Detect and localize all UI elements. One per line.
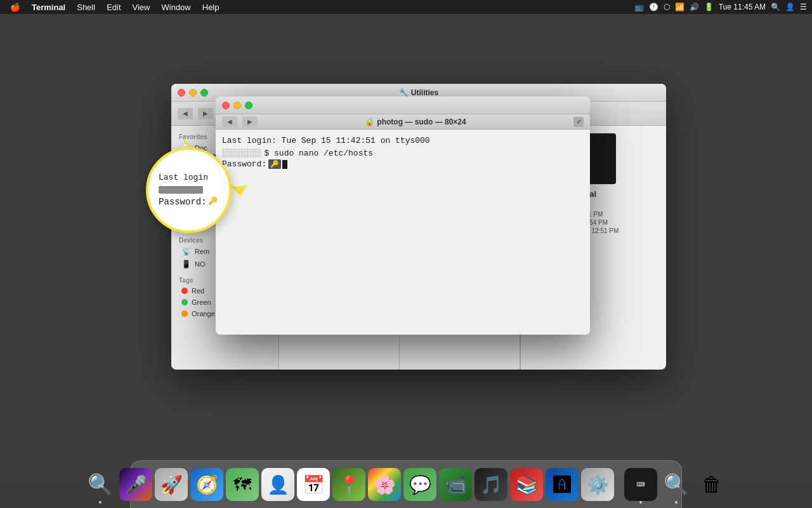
- terminal-window-buttons: [222, 102, 252, 109]
- icloud-icon: ☁️: [181, 182, 191, 190]
- maps-dock-icon: 🗺: [233, 474, 251, 495]
- terminal-minimize-button[interactable]: [233, 102, 241, 109]
- user-icon[interactable]: 👤: [785, 3, 795, 11]
- edit-menu[interactable]: Edit: [102, 0, 126, 14]
- terminal-close-button[interactable]: [222, 102, 230, 109]
- contacts-dock-icon: 👤: [267, 474, 289, 495]
- wifi-icon[interactable]: 📶: [675, 3, 684, 11]
- airdrop-icon: 📡: [181, 169, 191, 178]
- finder2-dock-icon: 🔍: [664, 472, 689, 497]
- dock-item-siri[interactable]: 🎤: [119, 468, 152, 501]
- window-buttons: [178, 89, 208, 97]
- dock-item-finder[interactable]: 🔍: [84, 468, 117, 501]
- dock-item-appstore[interactable]: 🅰: [546, 468, 579, 501]
- syspref-dock-icon: ⚙️: [587, 474, 609, 495]
- dock-item-launchpad[interactable]: 🚀: [155, 468, 188, 501]
- finder2-active-dot: [675, 501, 678, 504]
- finder-active-dot: [99, 501, 102, 504]
- shell-menu[interactable]: Shell: [72, 0, 100, 14]
- dock-item-music[interactable]: 🎵: [475, 468, 508, 501]
- terminal-prompt-user: ░░░░░░░░: [222, 147, 261, 160]
- terminal-titlebar: [216, 97, 590, 114]
- green-tag-dot: [181, 299, 188, 305]
- app-icon: 📱: [181, 156, 191, 165]
- launchpad-dock-icon: 🚀: [160, 474, 183, 495]
- photos-dock-icon: 🌸: [374, 474, 396, 495]
- location-dock-icon: 📍: [338, 474, 360, 495]
- terminal-command-line: ░░░░░░░░ $ sudo nano /etc/hosts: [222, 147, 584, 160]
- terminal-password-line: Password: 🔑: [222, 159, 584, 169]
- terminal-cursor: [282, 160, 287, 169]
- terminal-maximize-button[interactable]: [245, 102, 252, 109]
- dock-item-location[interactable]: 📍: [332, 468, 365, 501]
- downloads-icon: ⬇️: [181, 220, 191, 229]
- maximize-button[interactable]: [200, 89, 208, 97]
- appstore-dock-icon: 🅰: [553, 474, 571, 495]
- back-button[interactable]: ◀: [178, 108, 193, 119]
- calendar-dock-icon: 📅: [303, 474, 325, 495]
- dock-item-facetime[interactable]: 📹: [439, 468, 472, 501]
- device-icon: 📱: [181, 260, 191, 269]
- volume-icon[interactable]: 🔊: [690, 3, 699, 11]
- dock-item-books[interactable]: 📚: [510, 468, 543, 501]
- dock: 🔍 🎤 🚀 🧭 🗺 👤 📅 📍 🌸 💬 📹 🎵 📚 🅰 ⚙️: [130, 460, 682, 508]
- terminal-forward-button[interactable]: ▶: [242, 116, 258, 128]
- terminal-window: ◀ ▶ 🔒 photog — sudo — 80×24 ⤢ Last login…: [216, 97, 590, 335]
- dock-item-photos[interactable]: 🌸: [368, 468, 401, 501]
- finder-title: 🔧 Utilities: [399, 88, 438, 97]
- terminal-body[interactable]: Last login: Tue Sep 15 11:42:51 on ttys0…: [216, 130, 590, 335]
- red-tag-dot: [181, 288, 188, 294]
- terminal-back-button[interactable]: ◀: [222, 116, 237, 128]
- password-key-icon: 🔑: [268, 159, 281, 169]
- view-menu[interactable]: View: [128, 0, 155, 14]
- terminal-dock-icon: ⌨: [636, 477, 645, 493]
- dock-item-trash[interactable]: 🗑: [695, 468, 728, 501]
- remote-icon: 📡: [181, 247, 191, 256]
- terminal-password-prompt: Password:: [222, 159, 266, 169]
- expand-button[interactable]: ⤢: [573, 117, 584, 127]
- app-name-menu[interactable]: Terminal: [27, 0, 70, 14]
- finder-dock-icon: 🔍: [88, 472, 113, 497]
- lock-icon: 🔒: [365, 117, 374, 126]
- dock-item-syspref[interactable]: ⚙️: [581, 468, 614, 501]
- messages-dock-icon: 💬: [409, 474, 431, 495]
- terminal-active-dot: [639, 501, 642, 504]
- terminal-command: $ sudo nano /etc/hosts: [264, 147, 373, 160]
- dock-item-safari[interactable]: 🧭: [190, 468, 223, 501]
- dock-item-maps[interactable]: 🗺: [226, 468, 259, 501]
- desktop: 🔧 Utilities ◀ ▶ Favorites 📄 Doc 📱 App: [0, 14, 812, 481]
- terminal-last-login: Last login: Tue Sep 15 11:42:51 on ttys0…: [222, 135, 584, 147]
- control-center-icon[interactable]: ☰: [800, 3, 807, 11]
- window-menu[interactable]: Window: [157, 0, 196, 14]
- safari-dock-icon: 🧭: [196, 474, 218, 495]
- trash-dock-icon: 🗑: [702, 473, 722, 497]
- utilities-icon: 🔧: [399, 88, 409, 97]
- terminal-tab-title: 🔒 photog — sudo — 80×24: [263, 117, 568, 126]
- dock-item-messages[interactable]: 💬: [403, 468, 436, 501]
- dock-item-contacts[interactable]: 👤: [261, 468, 294, 501]
- menu-bar: 🍎 Terminal Shell Edit View Window Help 📺…: [0, 0, 812, 14]
- menu-bar-time: Tue 11:45 AM: [719, 3, 766, 11]
- siri-dock-icon: 🎤: [125, 474, 147, 495]
- dock-item-calendar[interactable]: 📅: [297, 468, 330, 501]
- minimize-button[interactable]: [189, 89, 197, 97]
- music-dock-icon: 🎵: [480, 474, 502, 495]
- clock-icon[interactable]: 🕐: [649, 3, 658, 11]
- menu-bar-left: 🍎 Terminal Shell Edit View Window Help: [5, 0, 225, 14]
- books-dock-icon: 📚: [516, 474, 538, 495]
- bluetooth-icon[interactable]: ⬡: [664, 3, 670, 11]
- dock-item-terminal[interactable]: ⌨: [624, 468, 657, 501]
- terminal-subtitlebar: ◀ ▶ 🔒 photog — sudo — 80×24 ⤢: [216, 114, 590, 130]
- dock-item-finder-2[interactable]: 🔍: [660, 468, 693, 501]
- apple-menu[interactable]: 🍎: [5, 0, 25, 14]
- doc-icon: 📄: [181, 144, 191, 152]
- close-button[interactable]: [178, 89, 185, 97]
- orange-tag-dot: [181, 311, 188, 317]
- menu-bar-right: 📺 🕐 ⬡ 📶 🔊 🔋 Tue 11:45 AM 🔍 👤 ☰: [634, 3, 807, 11]
- forward-button[interactable]: ▶: [198, 108, 213, 119]
- help-menu[interactable]: Help: [197, 0, 225, 14]
- battery-icon[interactable]: 🔋: [704, 3, 714, 11]
- desktop-icon: 🖥: [181, 194, 189, 203]
- screen-share-icon[interactable]: 📺: [634, 3, 644, 11]
- spotlight-icon[interactable]: 🔍: [771, 3, 780, 11]
